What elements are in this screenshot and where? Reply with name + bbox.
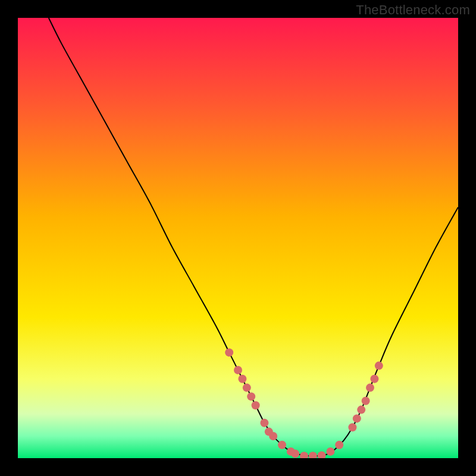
highlight-point xyxy=(247,392,255,400)
plot-area xyxy=(18,18,458,458)
highlight-point xyxy=(260,419,268,427)
highlight-point xyxy=(357,406,365,414)
highlight-point xyxy=(269,432,277,440)
highlight-point xyxy=(252,401,260,409)
highlight-point xyxy=(238,375,246,383)
highlight-point xyxy=(278,441,286,449)
highlight-point xyxy=(375,362,383,370)
highlight-point xyxy=(326,447,334,456)
highlight-point xyxy=(225,348,233,356)
highlight-point xyxy=(366,384,374,392)
highlight-point xyxy=(291,450,299,458)
highlight-point xyxy=(335,441,343,449)
highlight-point xyxy=(353,414,361,422)
highlight-point xyxy=(234,366,242,374)
highlight-point xyxy=(243,384,251,392)
chart-frame: TheBottleneck.com xyxy=(0,0,476,476)
chart-svg xyxy=(18,18,458,458)
watermark-text: TheBottleneck.com xyxy=(356,2,470,18)
highlight-point xyxy=(348,423,356,431)
highlight-point xyxy=(370,375,378,383)
highlight-point xyxy=(362,397,370,405)
